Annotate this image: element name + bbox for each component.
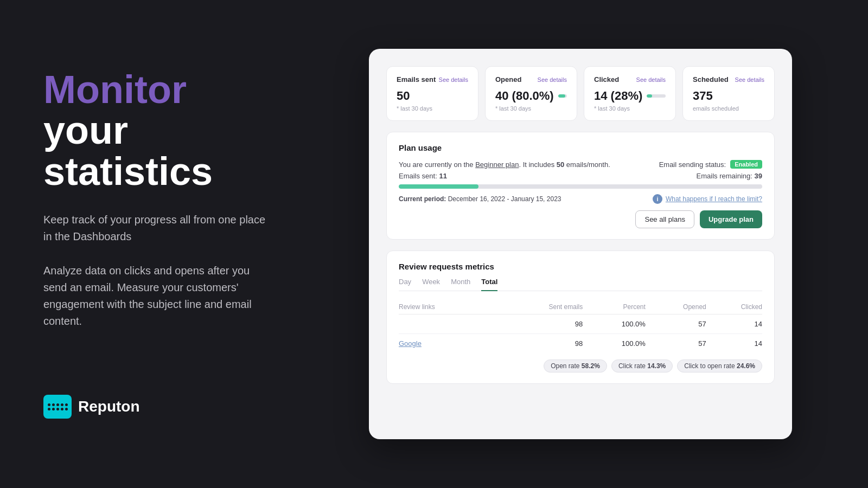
row2-link: Google [399, 334, 494, 354]
table-row: Google 98 100.0% 57 14 [399, 334, 762, 354]
stat-title-scheduled: Scheduled [693, 75, 729, 84]
see-details-opened[interactable]: See details [538, 76, 567, 83]
row1-percent: 100.0% [583, 314, 646, 334]
row2-opened: 57 [646, 334, 706, 354]
open-rate-badge: Open rate 58.2% [544, 359, 607, 373]
stat-sub-scheduled: emails scheduled [693, 105, 764, 112]
metrics-tabs: Day Week Month Total [399, 278, 762, 291]
see-details-clicked[interactable]: See details [636, 76, 666, 83]
plan-progress-fill [399, 184, 478, 189]
see-all-plans-button[interactable]: See all plans [635, 210, 694, 228]
col-sent-emails: Sent emails [494, 300, 583, 314]
google-link[interactable]: Google [399, 339, 422, 348]
stat-sub-opened: * last 30 days [495, 105, 567, 112]
stat-title-clicked: Clicked [594, 75, 619, 84]
row1-clicked: 14 [706, 314, 762, 334]
click-to-open-rate-badge: Click to open rate 24.6% [677, 359, 762, 373]
row2-clicked: 14 [706, 334, 762, 354]
row1-link [399, 314, 494, 334]
row1-opened: 57 [646, 314, 706, 334]
plan-progress-bar [399, 184, 762, 189]
headline-white: yourstatistics [43, 108, 213, 193]
stat-value-opened: 40 (80.0%) [495, 89, 554, 103]
email-status-row: Email sending status: Enabled [659, 160, 762, 169]
tab-day[interactable]: Day [399, 278, 411, 291]
stat-value-scheduled: 375 [693, 89, 764, 103]
opened-progress-bar [558, 94, 567, 98]
stat-sub-clicked: * last 30 days [594, 105, 666, 112]
col-clicked: Clicked [706, 300, 762, 314]
stat-value-clicked: 14 (28%) [594, 89, 642, 103]
emails-remaining: Emails remaining: 39 [697, 172, 762, 180]
stat-value-emails-sent: 50 [397, 89, 468, 103]
emails-sent-value: 11 [439, 172, 446, 180]
plan-name-link[interactable]: Beginner plan [475, 160, 519, 169]
stat-card-clicked: Clicked See details 14 (28%) * last 30 d… [584, 66, 676, 121]
metrics-table: Review links Sent emails Percent Opened … [399, 300, 762, 353]
plan-limit-link[interactable]: What happens if I reach the limit? [666, 195, 762, 203]
stat-card-opened: Opened See details 40 (80.0%) * last 30 … [485, 66, 577, 121]
stat-title-opened: Opened [495, 75, 521, 84]
dashboard-card: Emails sent See details 50 * last 30 day… [369, 49, 792, 439]
row2-percent: 100.0% [583, 334, 646, 354]
logo-icon [43, 395, 72, 419]
tab-total[interactable]: Total [481, 278, 497, 291]
left-panel: Monitor yourstatistics Keep track of you… [0, 37, 304, 452]
metrics-card: Review requests metrics Day Week Month T… [386, 251, 775, 384]
plan-period: Current period: December 16, 2022 - Janu… [399, 195, 561, 203]
col-review-links: Review links [399, 300, 494, 314]
right-panel: Emails sent See details 50 * last 30 day… [304, 27, 868, 461]
see-details-scheduled[interactable]: See details [735, 76, 764, 83]
headline: Monitor yourstatistics [43, 69, 271, 192]
plan-usage-card: Plan usage You are currently on the Begi… [386, 132, 775, 240]
plan-limit-row: i What happens if I reach the limit? [653, 194, 762, 204]
plan-usage-title: Plan usage [399, 143, 762, 152]
plan-description: You are currently on the Beginner plan. … [399, 160, 610, 169]
stats-row: Emails sent See details 50 * last 30 day… [386, 66, 775, 121]
email-status-label: Email sending status: [659, 160, 726, 169]
logo-area: Reputon [43, 395, 271, 419]
plan-actions: See all plans Upgrade plan [399, 210, 762, 228]
row1-sent: 98 [494, 314, 583, 334]
table-row: 98 100.0% 57 14 [399, 314, 762, 334]
click-rate-badge: Click rate 14.3% [611, 359, 673, 373]
clicked-progress-bar [647, 94, 666, 98]
plan-emails-count: 50 [557, 160, 564, 169]
description-2: Analyze data on clicks and opens after y… [43, 262, 271, 330]
upgrade-plan-button[interactable]: Upgrade plan [700, 210, 762, 228]
tab-month[interactable]: Month [451, 278, 470, 291]
row2-sent: 98 [494, 334, 583, 354]
col-percent: Percent [583, 300, 646, 314]
see-details-emails-sent[interactable]: See details [439, 76, 468, 83]
stat-sub-emails-sent: * last 30 days [397, 105, 468, 112]
email-status-badge: Enabled [730, 160, 762, 169]
metrics-footer: Open rate 58.2% Click rate 14.3% Click t… [399, 359, 762, 373]
stat-title-emails-sent: Emails sent [397, 75, 436, 84]
headline-purple: Monitor [43, 68, 187, 111]
stat-card-emails-sent: Emails sent See details 50 * last 30 day… [386, 66, 478, 121]
col-opened: Opened [646, 300, 706, 314]
logo-text: Reputon [78, 398, 140, 415]
metrics-title: Review requests metrics [399, 262, 762, 271]
tab-week[interactable]: Week [422, 278, 440, 291]
stat-card-scheduled: Scheduled See details 375 emails schedul… [682, 66, 775, 121]
emails-sent-label: Emails sent: 11 [399, 172, 447, 180]
info-icon: i [653, 194, 662, 204]
emails-remaining-value: 39 [755, 172, 762, 180]
description-1: Keep track of your progress all from one… [43, 211, 271, 245]
